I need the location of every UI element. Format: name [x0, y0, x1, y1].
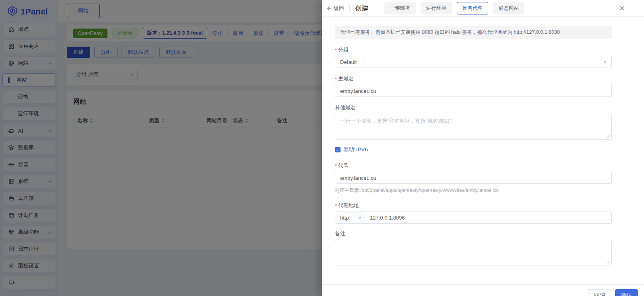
proxy-address-group: http ∨	[335, 212, 612, 224]
divider	[349, 5, 350, 12]
drawer-body: 代理已有服务。例如本机已安装使用 8080 端口的 halo 服务，那么代理地址…	[322, 17, 644, 284]
chevron-down-icon: ∨	[603, 60, 607, 65]
chevron-down-icon: ∨	[358, 215, 361, 220]
other-domains-textarea[interactable]	[335, 114, 612, 140]
required-asterisk: *	[335, 203, 337, 209]
proxy-address-input[interactable]	[365, 212, 611, 223]
alias-label: * 代号	[335, 162, 612, 169]
protocol-value: http	[340, 215, 349, 221]
required-asterisk: *	[335, 47, 337, 53]
tab-one-click-deploy[interactable]: 一键部署	[384, 2, 416, 14]
cancel-button[interactable]: 取消	[588, 289, 611, 296]
create-website-drawer: 返回 创建 一键部署 运行环境 反向代理 静态网站 ✕ 代理已有服务。例如本机已…	[322, 0, 644, 296]
drawer-footer: 取消 确认	[322, 284, 644, 296]
required-asterisk: *	[335, 163, 337, 169]
tab-static-site[interactable]: 静态网站	[493, 2, 524, 14]
protocol-select[interactable]: http ∨	[335, 212, 365, 223]
tab-runtime[interactable]: 运行环境	[421, 2, 452, 14]
info-alert: 代理已有服务。例如本机已安装使用 8080 端口的 halo 服务，那么代理地址…	[335, 26, 612, 39]
remark-label: 备注	[335, 230, 612, 237]
group-select[interactable]: Default ∨	[335, 56, 612, 68]
close-icon[interactable]: ✕	[619, 5, 625, 12]
resize-grip-icon[interactable]	[607, 134, 611, 138]
divider	[374, 5, 374, 12]
ipv6-checkbox-row[interactable]: ✓ 监听 IPV6	[335, 146, 612, 153]
primary-domain-label: * 主域名	[335, 75, 612, 82]
resize-grip-icon[interactable]	[607, 260, 611, 264]
confirm-button[interactable]: 确认	[615, 289, 638, 296]
back-button[interactable]: 返回	[326, 5, 344, 12]
other-domains-label: 其他域名	[335, 104, 612, 111]
group-field-label: * 分组	[335, 46, 612, 53]
remark-textarea[interactable]	[335, 240, 612, 265]
tab-reverse-proxy[interactable]: 反向代理	[457, 2, 488, 14]
checkbox-checked-icon[interactable]: ✓	[335, 147, 341, 152]
proxy-address-label: * 代理地址	[335, 202, 612, 209]
alias-input[interactable]	[335, 172, 612, 184]
remark-wrap	[335, 240, 612, 265]
arrow-left-icon	[326, 6, 331, 11]
ipv6-label: 监听 IPV6	[344, 146, 368, 153]
group-select-value: Default	[340, 59, 357, 65]
alias-help-text: 对应主目录:/opt/1panel/apps/openresty/openres…	[335, 187, 612, 194]
other-domains-wrap	[335, 114, 612, 140]
drawer-header: 返回 创建 一键部署 运行环境 反向代理 静态网站 ✕	[322, 0, 644, 17]
drawer-title: 创建	[355, 4, 369, 13]
required-asterisk: *	[335, 76, 337, 82]
primary-domain-input[interactable]	[335, 85, 612, 97]
